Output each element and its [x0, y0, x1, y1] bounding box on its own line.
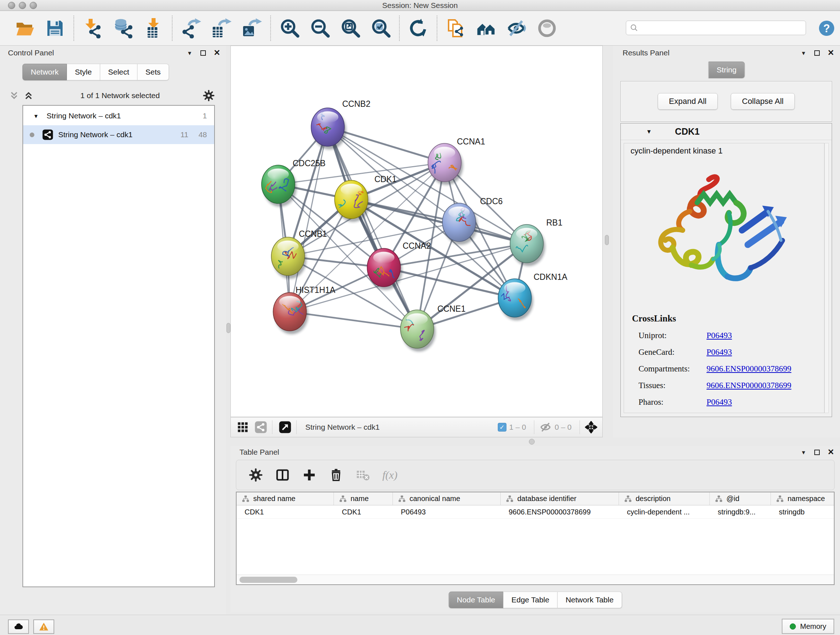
network-node-CCNB1[interactable]: CCNB1	[271, 229, 327, 279]
zoom-in-button[interactable]	[279, 18, 300, 38]
add-column-icon[interactable]	[302, 468, 317, 482]
grid-view-icon[interactable]	[237, 421, 249, 433]
network-edge[interactable]	[328, 127, 417, 329]
search-box[interactable]	[626, 21, 806, 35]
collection-disclosure-icon[interactable]: ▼	[33, 113, 39, 119]
network-canvas[interactable]: CCNB2CCNA1CDC25BCDK1CDC6RB1CCNB1CCNA2CDK…	[231, 46, 603, 417]
import-network-database-button[interactable]	[113, 18, 133, 38]
expand-all-button[interactable]: Expand All	[658, 93, 718, 110]
column-header-shared-name[interactable]: shared name	[237, 492, 334, 505]
crosslink-link[interactable]: P06493	[706, 348, 732, 357]
help-button[interactable]: ?	[818, 20, 835, 36]
search-input[interactable]	[638, 22, 806, 34]
column-header-namespace[interactable]: namespace	[771, 492, 835, 505]
table-panel-title: Table Panel	[240, 448, 279, 456]
protein-header-row[interactable]: ▼ CDK1	[621, 124, 832, 140]
column-label: @id	[726, 494, 739, 503]
export-network-button[interactable]	[181, 18, 201, 38]
network-edge[interactable]	[290, 312, 417, 329]
network-node-CCNA1[interactable]: CCNA1	[428, 137, 485, 185]
crosslink-label: Pharos:	[638, 397, 706, 407]
show-graphics-details-button[interactable]	[537, 18, 557, 38]
network-node-CDC6[interactable]: CDC6	[442, 196, 503, 245]
network-node-CDK1[interactable]: CDK1	[335, 174, 396, 222]
column-header-description[interactable]: description	[619, 492, 710, 505]
expand-all-icon[interactable]	[23, 90, 34, 101]
zoom-fit-button[interactable]	[340, 18, 360, 38]
network-edge[interactable]	[288, 222, 459, 256]
selected-checkbox-icon[interactable]: ✓	[498, 423, 507, 432]
table-options-gear-icon[interactable]	[248, 468, 263, 482]
crosslink-link[interactable]: 9606.ENSP00000378699	[706, 364, 791, 374]
table-horizontal-scrollbar[interactable]	[237, 575, 834, 584]
network-collection-row[interactable]: ▼ String Network – cdk1 1	[23, 106, 214, 125]
memory-button[interactable]: Memory	[782, 619, 834, 634]
network-options-gear-icon[interactable]	[202, 89, 215, 102]
column-header-name[interactable]: name	[334, 492, 393, 505]
export-image-button[interactable]	[242, 18, 262, 38]
tab-string[interactable]: String	[708, 62, 745, 78]
network-node-CDKN1A[interactable]: CDKN1A	[498, 272, 568, 320]
horizontal-splitter-handle[interactable]	[529, 439, 535, 445]
tab-select[interactable]: Select	[100, 64, 137, 80]
column-header-@id[interactable]: @id	[710, 492, 771, 505]
protein-disclosure-icon[interactable]: ▼	[646, 128, 652, 135]
import-network-file-button[interactable]	[82, 18, 103, 38]
crosslink-link[interactable]: P06493	[706, 331, 732, 340]
column-label: name	[351, 494, 369, 503]
cloud-button[interactable]	[8, 619, 29, 634]
network-node-CCNB2[interactable]: CCNB2	[311, 99, 370, 149]
zoom-out-button[interactable]	[309, 18, 330, 38]
control-panel-menu-icon[interactable]: ▼	[187, 50, 193, 56]
show-columns-icon[interactable]	[275, 468, 290, 482]
zoom-selected-button[interactable]	[370, 18, 391, 38]
column-header-canonical-name[interactable]: canonical name	[393, 492, 501, 505]
left-splitter-handle[interactable]	[226, 323, 231, 333]
table-panel-close-icon[interactable]: ✕	[828, 448, 834, 456]
crosslink-link[interactable]: P06493	[706, 397, 732, 407]
collapse-all-icon[interactable]	[9, 90, 19, 101]
table-panel-float-icon[interactable]	[814, 450, 820, 455]
tab-style[interactable]: Style	[67, 64, 100, 80]
warnings-button[interactable]	[33, 619, 54, 634]
table-panel-menu-icon[interactable]: ▼	[801, 450, 806, 455]
delete-column-icon[interactable]	[329, 468, 343, 482]
open-session-button[interactable]	[14, 18, 35, 38]
tab-edge-table[interactable]: Edge Table	[504, 592, 558, 608]
tab-network-table[interactable]: Network Table	[557, 592, 622, 608]
hide-selected-button[interactable]	[507, 18, 527, 38]
right-splitter-handle[interactable]	[605, 235, 609, 245]
results-panel-close-icon[interactable]: ✕	[828, 49, 834, 57]
tab-sets[interactable]: Sets	[137, 64, 169, 80]
collapse-all-button[interactable]: Collapse All	[731, 93, 795, 110]
tab-node-table[interactable]: Node Table	[448, 592, 504, 608]
crosslink-link[interactable]: 9606.ENSP00000378699	[706, 381, 791, 390]
control-panel-close-icon[interactable]: ✕	[214, 49, 220, 57]
save-session-button[interactable]	[45, 18, 65, 38]
fit-move-icon[interactable]	[585, 421, 597, 433]
results-scrollbar[interactable]	[824, 143, 829, 413]
results-buttons-box: Expand All Collapse All	[621, 81, 832, 122]
results-panel-menu-icon[interactable]: ▼	[801, 50, 806, 56]
protein-structure-image	[646, 159, 802, 297]
scrollbar-thumb[interactable]	[240, 577, 297, 583]
tab-network[interactable]: Network	[22, 64, 67, 80]
network-node-RB1[interactable]: RB1	[510, 218, 562, 266]
network-node-HIST1H1A[interactable]: HIST1H1A	[273, 285, 336, 334]
table-row[interactable]: CDK1CDK1P064939606.ENSP00000378699cyclin…	[237, 505, 834, 519]
crosslink-label: Uniprot:	[638, 331, 706, 340]
import-table-file-button[interactable]	[143, 18, 164, 38]
control-panel-float-icon[interactable]	[201, 50, 206, 56]
results-panel-float-icon[interactable]	[814, 50, 820, 56]
copy-view-button[interactable]	[446, 18, 466, 38]
home-layout-button[interactable]	[476, 18, 496, 38]
network-edge[interactable]	[351, 200, 527, 244]
hidden-node-edge-count: 0 – 0	[554, 423, 572, 432]
node-label-CDKN1A: CDKN1A	[534, 272, 568, 282]
string-view-icon[interactable]	[255, 421, 267, 433]
network-row[interactable]: String Network – cdk1 11 48	[23, 125, 214, 144]
birdseye-view-icon[interactable]	[279, 421, 291, 433]
column-header-database-identifier[interactable]: database identifier	[501, 492, 619, 505]
refresh-view-button[interactable]	[408, 18, 428, 38]
export-table-button[interactable]	[211, 18, 232, 38]
